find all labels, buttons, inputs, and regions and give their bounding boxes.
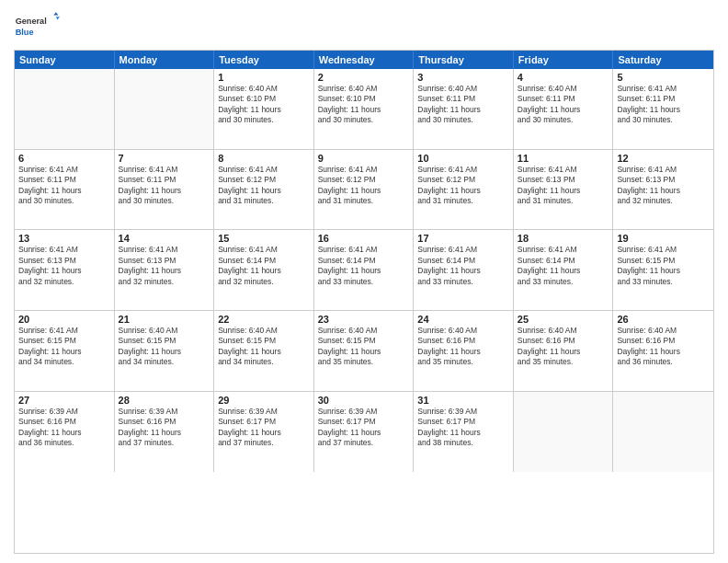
cell-info-line: Sunset: 6:16 PM	[617, 336, 710, 346]
cell-info-line: Sunset: 6:15 PM	[18, 336, 110, 346]
calendar-cell: 15Sunrise: 6:41 AMSunset: 6:14 PMDayligh…	[214, 230, 314, 310]
cell-info-line: Daylight: 11 hours	[18, 347, 110, 357]
day-number: 19	[617, 233, 710, 244]
cell-info-line: Sunset: 6:17 PM	[417, 417, 509, 427]
calendar-cell: 25Sunrise: 6:40 AMSunset: 6:16 PMDayligh…	[514, 311, 614, 391]
cell-info-line: and 36 minutes.	[617, 357, 710, 367]
day-number: 22	[218, 314, 310, 325]
day-number: 29	[218, 395, 310, 406]
cell-info-line: Sunset: 6:11 PM	[518, 94, 609, 104]
cell-info-line: Sunrise: 6:41 AM	[18, 326, 110, 336]
calendar-cell: 19Sunrise: 6:41 AMSunset: 6:15 PMDayligh…	[613, 230, 713, 310]
cell-info-line: and 33 minutes.	[417, 277, 509, 287]
day-number: 14	[119, 233, 210, 244]
calendar-header: SundayMondayTuesdayWednesdayThursdayFrid…	[15, 51, 713, 69]
day-number: 17	[417, 233, 509, 244]
cell-info-line: and 31 minutes.	[518, 196, 609, 206]
cell-info-line: Sunrise: 6:41 AM	[218, 245, 310, 255]
cell-info-line: Sunrise: 6:41 AM	[119, 165, 210, 175]
cell-info-line: Daylight: 11 hours	[218, 186, 310, 196]
calendar-cell: 4Sunrise: 6:40 AMSunset: 6:11 PMDaylight…	[514, 69, 614, 149]
calendar-cell: 7Sunrise: 6:41 AMSunset: 6:11 PMDaylight…	[115, 150, 215, 230]
cell-info-line: Sunset: 6:12 PM	[318, 175, 410, 185]
cell-info-line: Sunset: 6:15 PM	[318, 336, 410, 346]
calendar-cell: 8Sunrise: 6:41 AMSunset: 6:12 PMDaylight…	[214, 150, 314, 230]
day-number: 3	[417, 72, 509, 83]
day-number: 15	[218, 233, 310, 244]
cell-info-line: Sunset: 6:11 PM	[18, 175, 110, 185]
cell-info-line: and 34 minutes.	[218, 357, 310, 367]
day-number: 20	[18, 314, 110, 325]
calendar-cell	[115, 69, 215, 149]
cell-info-line: Sunset: 6:15 PM	[218, 336, 310, 346]
cell-info-line: Daylight: 11 hours	[417, 105, 509, 115]
cell-info-line: Daylight: 11 hours	[617, 186, 710, 196]
weekday-header: Wednesday	[314, 51, 415, 69]
cell-info-line: and 30 minutes.	[218, 115, 310, 125]
cell-info-line: Sunset: 6:13 PM	[518, 175, 609, 185]
cell-info-line: Daylight: 11 hours	[318, 347, 410, 357]
cell-info-line: and 30 minutes.	[417, 115, 509, 125]
cell-info-line: Sunset: 6:11 PM	[119, 175, 210, 185]
cell-info-line: and 35 minutes.	[318, 357, 410, 367]
cell-info-line: Sunset: 6:15 PM	[617, 256, 710, 266]
cell-info-line: and 30 minutes.	[518, 115, 609, 125]
calendar-cell: 13Sunrise: 6:41 AMSunset: 6:13 PMDayligh…	[15, 230, 115, 310]
day-number: 26	[617, 314, 710, 325]
cell-info-line: Sunrise: 6:41 AM	[318, 245, 410, 255]
calendar-row: 13Sunrise: 6:41 AMSunset: 6:13 PMDayligh…	[15, 230, 713, 311]
cell-info-line: and 35 minutes.	[417, 357, 509, 367]
cell-info-line: and 37 minutes.	[119, 438, 210, 448]
calendar-cell: 18Sunrise: 6:41 AMSunset: 6:14 PMDayligh…	[514, 230, 614, 310]
calendar-cell: 9Sunrise: 6:41 AMSunset: 6:12 PMDaylight…	[314, 150, 415, 230]
calendar-cell: 1Sunrise: 6:40 AMSunset: 6:10 PMDaylight…	[214, 69, 314, 149]
calendar-page: General Blue SundayMondayTuesdayWednesda…	[0, 0, 728, 563]
cell-info-line: Sunrise: 6:40 AM	[617, 326, 710, 336]
cell-info-line: Sunset: 6:16 PM	[18, 417, 110, 427]
calendar-cell: 6Sunrise: 6:41 AMSunset: 6:11 PMDaylight…	[15, 150, 115, 230]
calendar-cell: 10Sunrise: 6:41 AMSunset: 6:12 PMDayligh…	[414, 150, 514, 230]
cell-info-line: Sunset: 6:12 PM	[417, 175, 509, 185]
cell-info-line: Sunrise: 6:41 AM	[518, 165, 609, 175]
cell-info-line: Daylight: 11 hours	[318, 105, 410, 115]
cell-info-line: Sunrise: 6:40 AM	[318, 326, 410, 336]
svg-marker-3	[56, 17, 60, 19]
weekday-header: Thursday	[414, 51, 514, 69]
cell-info-line: Sunset: 6:10 PM	[218, 94, 310, 104]
cell-info-line: Sunset: 6:10 PM	[318, 94, 410, 104]
cell-info-line: Sunset: 6:16 PM	[518, 336, 609, 346]
calendar-cell: 24Sunrise: 6:40 AMSunset: 6:16 PMDayligh…	[414, 311, 514, 391]
cell-info-line: and 37 minutes.	[318, 438, 410, 448]
day-number: 6	[18, 153, 110, 164]
cell-info-line: and 34 minutes.	[119, 357, 210, 367]
cell-info-line: and 33 minutes.	[617, 277, 710, 287]
cell-info-line: Sunrise: 6:41 AM	[318, 165, 410, 175]
cell-info-line: and 32 minutes.	[119, 277, 210, 287]
cell-info-line: and 37 minutes.	[218, 438, 310, 448]
cell-info-line: Sunrise: 6:41 AM	[218, 165, 310, 175]
calendar-row: 27Sunrise: 6:39 AMSunset: 6:16 PMDayligh…	[15, 392, 713, 473]
svg-marker-2	[53, 12, 58, 15]
cell-info-line: Sunrise: 6:40 AM	[518, 84, 609, 94]
logo-svg: General Blue	[14, 9, 60, 44]
cell-info-line: and 31 minutes.	[417, 196, 509, 206]
calendar-cell: 5Sunrise: 6:41 AMSunset: 6:11 PMDaylight…	[613, 69, 713, 149]
calendar-cell: 31Sunrise: 6:39 AMSunset: 6:17 PMDayligh…	[414, 392, 514, 473]
cell-info-line: Daylight: 11 hours	[318, 186, 410, 196]
cell-info-line: Sunset: 6:17 PM	[318, 417, 410, 427]
calendar-body: 1Sunrise: 6:40 AMSunset: 6:10 PMDaylight…	[15, 69, 713, 553]
day-number: 31	[417, 395, 509, 406]
day-number: 9	[318, 153, 410, 164]
day-number: 5	[617, 72, 710, 83]
calendar-cell	[613, 392, 713, 473]
calendar-row: 20Sunrise: 6:41 AMSunset: 6:15 PMDayligh…	[15, 311, 713, 392]
day-number: 24	[417, 314, 509, 325]
calendar-cell	[514, 392, 614, 473]
cell-info-line: Daylight: 11 hours	[18, 266, 110, 276]
day-number: 30	[318, 395, 410, 406]
svg-text:Blue: Blue	[16, 28, 34, 37]
cell-info-line: Sunrise: 6:40 AM	[417, 84, 509, 94]
cell-info-line: Sunset: 6:15 PM	[119, 336, 210, 346]
cell-info-line: Sunrise: 6:40 AM	[417, 326, 509, 336]
cell-info-line: Sunset: 6:11 PM	[617, 94, 710, 104]
